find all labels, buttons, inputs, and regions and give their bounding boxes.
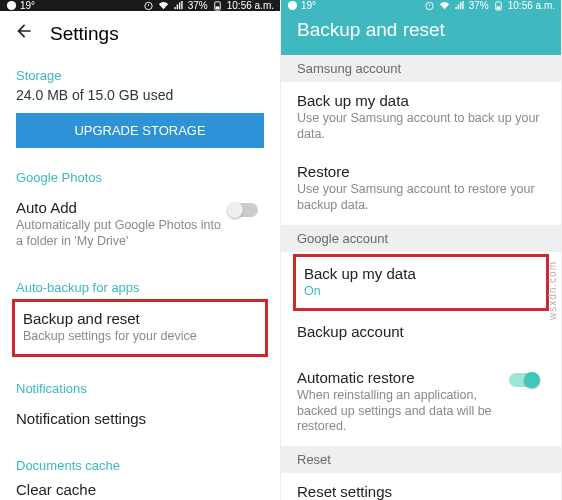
alarm-icon (424, 0, 435, 11)
samsung-backup-title: Back up my data (297, 92, 545, 109)
google-backup-item[interactable]: Back up my data On (296, 257, 546, 309)
reset-settings-title: Reset settings (297, 483, 545, 500)
google-account-header: Google account (281, 225, 561, 252)
backup-reset-header: Backup and reset (281, 11, 561, 55)
google-backup-sub: On (304, 284, 538, 300)
clear-cache-title: Clear cache (16, 481, 264, 498)
notification-settings-item[interactable]: Notification settings (0, 400, 280, 438)
svg-rect-4 (215, 6, 219, 9)
backup-reset-pane: 19° 37% 10:56 a.m. Backup and reset Sams… (281, 0, 562, 500)
clock-text: 10:56 a.m. (508, 0, 555, 11)
alarm-icon (143, 0, 154, 11)
highlight-google-backup: Back up my data On (293, 254, 549, 312)
restore-title: Restore (297, 163, 545, 180)
automatic-restore-toggle[interactable] (509, 373, 539, 387)
svg-point-0 (7, 1, 16, 10)
google-photos-section-header: Google Photos (0, 158, 280, 189)
storage-usage-text: 24.0 MB of 15.0 GB used (0, 87, 280, 103)
page-title: Settings (50, 23, 119, 45)
highlight-backup-reset: Backup and reset Backup settings for you… (12, 299, 268, 357)
auto-add-toggle[interactable] (228, 203, 258, 217)
auto-backup-section-header: Auto-backup for apps (0, 268, 280, 299)
automatic-restore-title: Automatic restore (297, 369, 509, 386)
backup-account-item[interactable]: Backup account (281, 313, 561, 351)
wifi-icon (158, 0, 169, 11)
signal-icon (454, 0, 465, 11)
status-bar-right: 19° 37% 10:56 a.m. (281, 0, 561, 11)
signal-icon (173, 0, 184, 11)
samsung-backup-sub: Use your Samsung account to back up your… (297, 111, 545, 142)
battery-text: 37% (188, 0, 208, 11)
notification-settings-title: Notification settings (16, 410, 264, 427)
restore-item[interactable]: Restore Use your Samsung account to rest… (281, 153, 561, 224)
backup-reset-sub: Backup settings for your device (23, 329, 257, 345)
backup-reset-item[interactable]: Backup and reset Backup settings for you… (15, 302, 265, 354)
back-icon[interactable] (14, 21, 34, 46)
battery-icon (212, 0, 223, 11)
auto-add-sub: Automatically put Google Photos into a f… (16, 218, 228, 249)
documents-cache-section-header: Documents cache (0, 446, 280, 477)
restore-sub: Use your Samsung account to restore your… (297, 182, 545, 213)
watermark: wsxdn.com (547, 261, 558, 320)
whatsapp-icon (6, 0, 17, 11)
clock-text: 10:56 a.m. (227, 0, 274, 11)
temp-indicator: 19° (301, 0, 316, 11)
battery-icon (493, 0, 504, 11)
page-title: Backup and reset (297, 19, 445, 41)
whatsapp-icon (287, 0, 298, 11)
svg-point-5 (288, 1, 297, 10)
samsung-account-header: Samsung account (281, 55, 561, 82)
reset-header: Reset (281, 446, 561, 473)
status-bar-left: 19° 37% 10:56 a.m. (0, 0, 280, 11)
settings-header: Settings (0, 11, 280, 56)
notifications-section-header: Notifications (0, 369, 280, 400)
backup-reset-title: Backup and reset (23, 310, 257, 327)
automatic-restore-sub: When reinstalling an application, backed… (297, 388, 509, 435)
storage-section-header: Storage (0, 56, 280, 87)
auto-add-item[interactable]: Auto Add Automatically put Google Photos… (0, 189, 280, 260)
settings-pane: 19° 37% 10:56 a.m. Settings Storage 24.0… (0, 0, 281, 500)
clear-cache-item[interactable]: Clear cache (0, 477, 280, 500)
google-backup-title: Back up my data (304, 265, 538, 282)
wifi-icon (439, 0, 450, 11)
samsung-backup-item[interactable]: Back up my data Use your Samsung account… (281, 82, 561, 153)
reset-settings-item[interactable]: Reset settings (281, 473, 561, 500)
auto-add-title: Auto Add (16, 199, 228, 216)
backup-account-title: Backup account (297, 323, 545, 340)
upgrade-storage-button[interactable]: UPGRADE STORAGE (16, 113, 264, 148)
svg-rect-9 (496, 6, 500, 9)
temp-indicator: 19° (20, 0, 35, 11)
battery-text: 37% (469, 0, 489, 11)
automatic-restore-item[interactable]: Automatic restore When reinstalling an a… (281, 359, 561, 446)
